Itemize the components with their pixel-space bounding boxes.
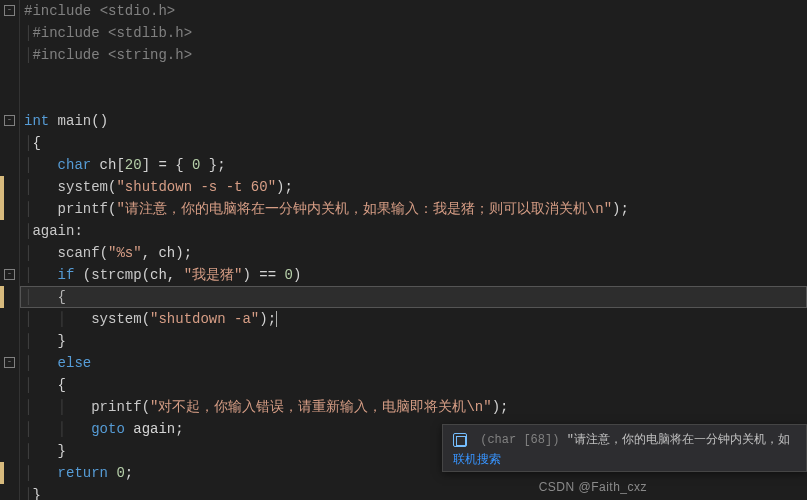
change-marker	[0, 462, 4, 484]
fold-if-icon[interactable]: -	[4, 269, 15, 280]
code-line[interactable]: #include <stdio.h>	[24, 0, 803, 22]
code-line[interactable]: │#include <string.h>	[24, 44, 803, 66]
code-line[interactable]: │ printf("请注意，你的电脑将在一分钟内关机，如果输入：我是猪；则可以取…	[24, 198, 803, 220]
text-cursor	[276, 311, 277, 327]
code-line[interactable]: │ else	[24, 352, 803, 374]
code-line[interactable]: │{	[24, 132, 803, 154]
tooltip-text: "请注意，你的电脑将在一分钟内关机，如	[567, 433, 790, 447]
code-line[interactable]: │ │ system("shutdown -a");	[24, 308, 803, 330]
code-line[interactable]: │ }	[24, 330, 803, 352]
gutter: - - - -	[0, 0, 20, 500]
code-line[interactable]: │ scanf("%s", ch);	[24, 242, 803, 264]
code-line[interactable]	[24, 66, 803, 88]
fold-else-icon[interactable]: -	[4, 357, 15, 368]
info-icon	[453, 433, 467, 447]
tooltip-type: (char [68])	[480, 433, 559, 447]
intellisense-tooltip: (char [68]) "请注意，你的电脑将在一分钟内关机，如 联机搜索	[442, 424, 807, 472]
code-line[interactable]: int main()	[24, 110, 803, 132]
code-line[interactable]: │#include <stdlib.h>	[24, 22, 803, 44]
change-marker	[0, 286, 4, 308]
code-line[interactable]: │ char ch[20] = { 0 };	[24, 154, 803, 176]
code-line[interactable]: │ {	[24, 286, 803, 308]
fold-main-icon[interactable]: -	[4, 115, 15, 126]
code-line[interactable]: │again:	[24, 220, 803, 242]
fold-includes-icon[interactable]: -	[4, 5, 15, 16]
code-line[interactable]: │ if (strcmp(ch, "我是猪") == 0)	[24, 264, 803, 286]
change-marker	[0, 176, 4, 220]
code-line[interactable]: │ system("shutdown -s -t 60");	[24, 176, 803, 198]
code-line[interactable]	[24, 88, 803, 110]
code-line[interactable]: │ │ printf("对不起，你输入错误，请重新输入，电脑即将关机\n");	[24, 396, 803, 418]
tooltip-search-link[interactable]: 联机搜索	[453, 451, 796, 469]
watermark: CSDN @Faith_cxz	[539, 480, 647, 494]
code-line[interactable]: │ {	[24, 374, 803, 396]
code-line[interactable]: │}	[24, 484, 803, 500]
